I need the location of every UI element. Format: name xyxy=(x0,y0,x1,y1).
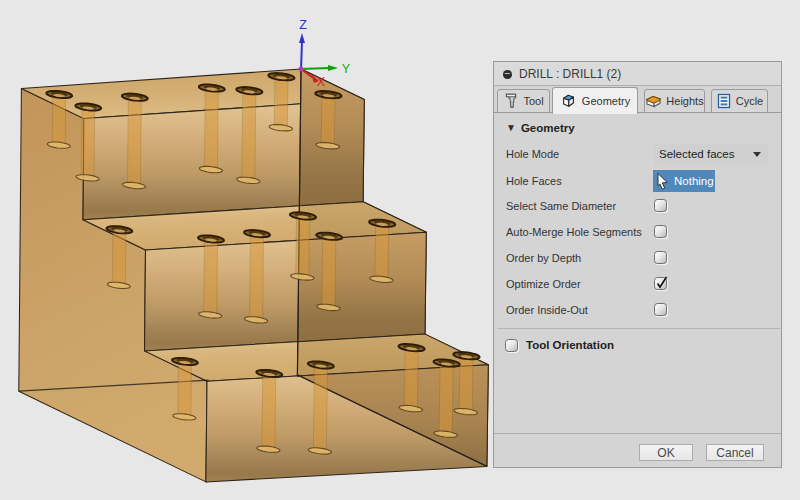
svg-text:Y: Y xyxy=(342,62,351,76)
svg-text:Z: Z xyxy=(299,18,307,32)
svg-text:X: X xyxy=(317,75,326,89)
